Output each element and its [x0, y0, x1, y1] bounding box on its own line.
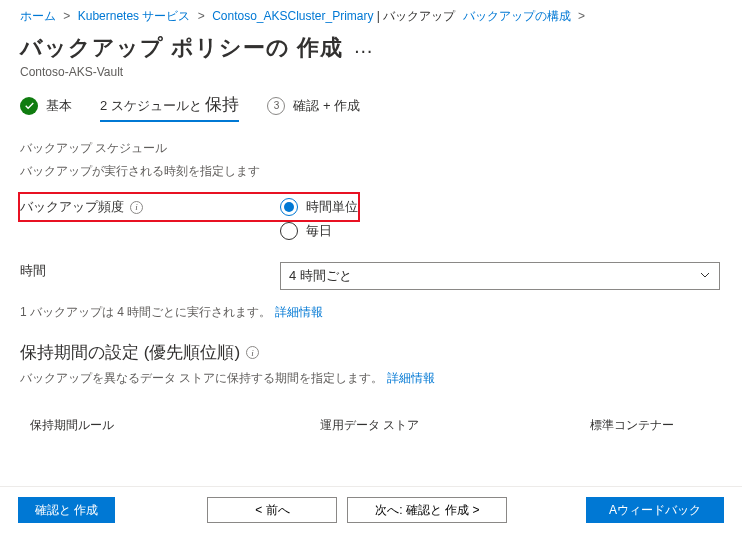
breadcrumb-sep: > — [63, 9, 70, 23]
footer-bar: 確認と 作成 < 前へ 次へ: 確認と 作成 > Aウィードバック — [0, 486, 742, 533]
retention-col-rule: 保持期間ルール — [30, 417, 320, 434]
backup-frequency-radio-group: 時間単位 毎日 — [280, 198, 358, 240]
page-title: バックアップ ポリシーの 作成 — [20, 33, 343, 63]
info-icon[interactable]: i — [246, 346, 259, 359]
breadcrumb-service[interactable]: Kubernetes サービス — [78, 9, 191, 23]
breadcrumb: ホーム > Kubernetes サービス > Contoso_AKSClust… — [0, 0, 742, 29]
radio-unselected-icon — [280, 222, 298, 240]
retention-table-header: 保持期間ルール 運用データ ストア 標準コンテナー — [20, 405, 722, 440]
radio-selected-icon — [280, 198, 298, 216]
tab-review-create[interactable]: 3 確認 + 作成 — [267, 97, 360, 119]
time-interval-select[interactable]: 4 時間ごと — [280, 262, 720, 290]
info-icon[interactable]: i — [130, 201, 143, 214]
retention-col-datastore: 運用データ ストア — [320, 417, 590, 434]
more-actions-button[interactable]: … — [353, 35, 373, 62]
radio-daily[interactable]: 毎日 — [280, 222, 358, 240]
page-subtitle: Contoso-AKS-Vault — [0, 65, 742, 93]
retention-title: 保持期間の設定 (優先順位順) i — [20, 341, 722, 364]
next-button[interactable]: 次へ: 確認と 作成 > — [347, 497, 507, 523]
breadcrumb-config[interactable]: バックアップの構成 — [463, 9, 571, 23]
wizard-tabs: 基本 2 スケジュールと 保持 3 確認 + 作成 — [0, 93, 742, 140]
schedule-section-title: バックアップ スケジュール — [20, 140, 722, 157]
backup-frequency-label: バックアップ頻度 i — [20, 198, 280, 216]
breadcrumb-home[interactable]: ホーム — [20, 9, 56, 23]
chevron-down-icon — [699, 269, 711, 284]
previous-button[interactable]: < 前へ — [207, 497, 337, 523]
tab-schedule-retention[interactable]: 2 スケジュールと 保持 — [100, 93, 239, 122]
breadcrumb-sep: > — [198, 9, 205, 23]
time-label: 時間 — [20, 262, 280, 280]
schedule-note-link[interactable]: 詳細情報 — [275, 305, 323, 319]
radio-hourly[interactable]: 時間単位 — [280, 198, 358, 216]
breadcrumb-sep: > — [578, 9, 585, 23]
review-create-button[interactable]: 確認と 作成 — [18, 497, 115, 523]
breadcrumb-cluster[interactable]: Contoso_AKSCluster_Primary | バックアップ — [212, 9, 455, 23]
step-number-icon: 3 — [267, 97, 285, 115]
check-icon — [20, 97, 38, 115]
retention-desc: バックアップを異なるデータ ストアに保持する期間を指定します。 詳細情報 — [20, 370, 722, 387]
retention-desc-link[interactable]: 詳細情報 — [387, 371, 435, 385]
tab-basics[interactable]: 基本 — [20, 97, 72, 119]
schedule-section-desc: バックアップが実行される時刻を指定します — [20, 163, 722, 180]
schedule-note: 1 バックアップは 4 時間ごとに実行されます。 詳細情報 — [20, 304, 722, 321]
feedback-button[interactable]: Aウィードバック — [586, 497, 724, 523]
retention-col-container: 標準コンテナー — [590, 417, 712, 434]
